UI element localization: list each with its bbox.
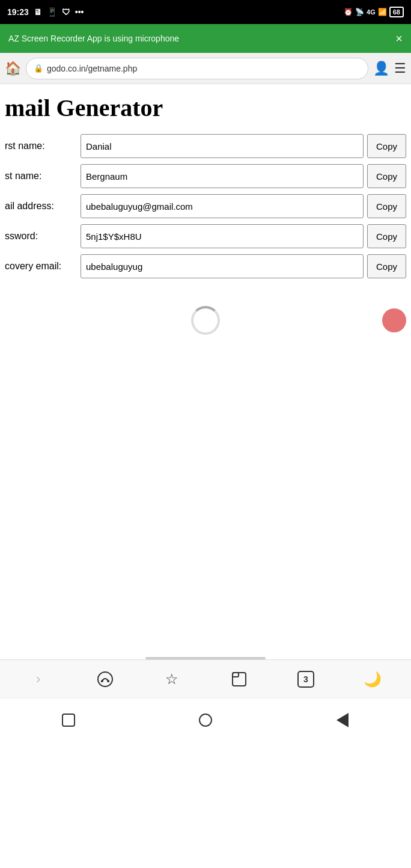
recovery-email-copy-button[interactable]: Copy: [367, 254, 406, 278]
bookmark-button[interactable]: ☆: [157, 665, 186, 694]
first-name-copy-button[interactable]: Copy: [367, 134, 406, 158]
password-row: ssword: Copy: [5, 224, 406, 248]
notification-close-button[interactable]: ×: [395, 32, 403, 44]
last-name-row: st name: Copy: [5, 164, 406, 188]
notification-banner: AZ Screen Recorder App is using micropho…: [0, 24, 411, 53]
empty-content-area: [5, 356, 406, 657]
notification-text: AZ Screen Recorder App is using micropho…: [8, 34, 179, 43]
recovery-email-row: covery email: Copy: [5, 254, 406, 278]
first-name-row: rst name: Copy: [5, 134, 406, 158]
more-icon: •••: [75, 7, 84, 17]
browser-home-button[interactable]: 🏠: [5, 61, 21, 76]
tab-view-icon: [231, 671, 247, 687]
recovery-email-label: covery email:: [5, 261, 77, 272]
android-nav-bar: [0, 698, 411, 741]
last-name-copy-button[interactable]: Copy: [367, 164, 406, 188]
browser-lock-icon: 🔒: [34, 64, 43, 73]
recovery-email-input[interactable]: [81, 254, 364, 278]
cast-icon: 📡: [355, 8, 364, 16]
first-name-input[interactable]: [81, 134, 364, 158]
email-label: ail address:: [5, 201, 77, 212]
email-row: ail address: Copy: [5, 194, 406, 218]
browser-url-bar[interactable]: 🔒 godo.co.in/getname.php: [26, 58, 368, 79]
ai-icon: [97, 671, 114, 688]
night-mode-icon: 🌙: [364, 671, 382, 688]
tab-view-button[interactable]: [225, 665, 254, 694]
status-right: ⏰ 📡 4G 📶 68: [344, 7, 404, 17]
browser-bar: 🏠 🔒 godo.co.in/getname.php 👤 ☰: [0, 53, 411, 84]
tab-count-button[interactable]: 3: [291, 665, 320, 694]
status-left: 19:23 🖥 📱 🛡 •••: [7, 7, 84, 17]
main-content: mail Generator rst name: Copy st name: C…: [0, 84, 411, 659]
signal-bars-icon: 📶: [378, 8, 387, 16]
password-copy-button[interactable]: Copy: [367, 224, 406, 248]
forward-icon: ›: [36, 671, 40, 687]
page-title: mail Generator: [5, 94, 406, 122]
email-copy-button[interactable]: Copy: [367, 194, 406, 218]
browser-url-text: godo.co.in/getname.php: [47, 64, 137, 73]
back-button[interactable]: [324, 702, 361, 738]
alarm-icon: ⏰: [344, 8, 353, 16]
recent-apps-button[interactable]: [50, 702, 87, 738]
browser-forward-button[interactable]: ›: [24, 665, 53, 694]
svg-point-1: [101, 680, 103, 682]
triangle-icon: [336, 713, 349, 727]
shield-icon: 🛡: [62, 7, 70, 17]
browser-user-button[interactable]: 👤: [373, 61, 389, 76]
circle-icon: [199, 714, 212, 727]
bottom-browser-nav: › ☆ 3 🌙: [0, 659, 411, 698]
status-time: 19:23: [7, 7, 29, 17]
battery-icon: 68: [389, 7, 404, 17]
whatsapp-icon: 📱: [47, 7, 57, 17]
last-name-input[interactable]: [81, 164, 364, 188]
msg-icon: 🖥: [34, 7, 42, 17]
browser-menu-button[interactable]: ☰: [394, 61, 406, 76]
floating-action-button[interactable]: [382, 308, 406, 332]
network-4g-icon: 4G: [367, 8, 376, 16]
square-icon: [62, 714, 75, 727]
svg-point-2: [107, 680, 109, 682]
first-name-label: rst name:: [5, 141, 77, 151]
home-button[interactable]: [187, 702, 224, 738]
loading-area: [5, 284, 406, 356]
loading-spinner: [191, 306, 220, 335]
last-name-label: st name:: [5, 171, 77, 182]
svg-rect-4: [233, 673, 239, 677]
tab-count-badge: 3: [297, 671, 314, 688]
night-mode-button[interactable]: 🌙: [358, 665, 387, 694]
status-bar: 19:23 🖥 📱 🛡 ••• ⏰ 📡 4G 📶 68: [0, 0, 411, 24]
password-label: ssword:: [5, 231, 77, 242]
ai-assistant-button[interactable]: [91, 665, 120, 694]
password-input[interactable]: [81, 224, 364, 248]
email-input[interactable]: [81, 194, 364, 218]
bookmark-icon: ☆: [165, 671, 178, 688]
